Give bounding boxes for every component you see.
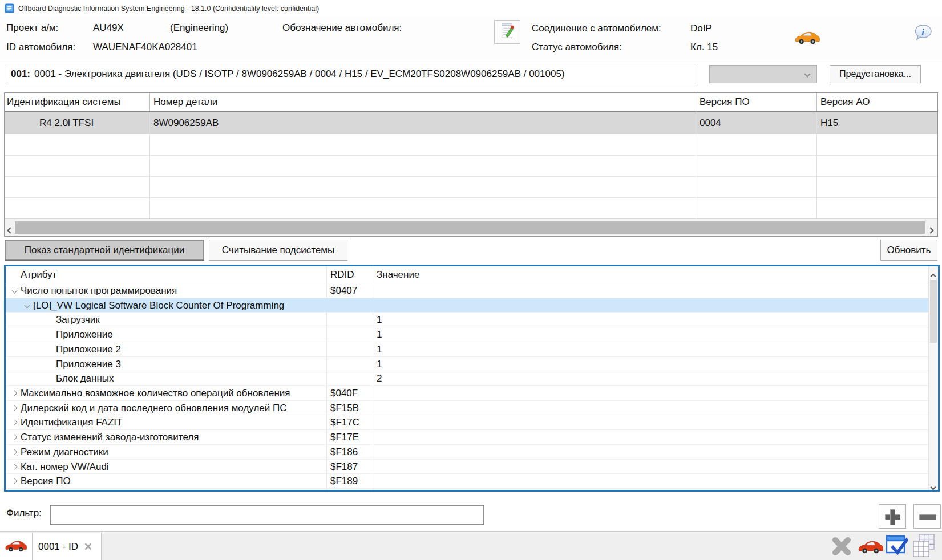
attribute-row[interactable]: Версия ПО $F189 xyxy=(6,474,928,489)
table-row-selected[interactable]: R4 2.0l TFSI 8W0906259AB 0004 H15 xyxy=(5,112,937,134)
attribute-label: Число попыток программирования xyxy=(6,283,325,298)
connection-label: Соединение с автомобилем: xyxy=(532,22,661,35)
col-header-rdid[interactable]: RDID xyxy=(330,266,354,283)
bottom-tab-bar: 0001 - ID xyxy=(0,531,942,560)
edit-note-icon xyxy=(498,21,516,43)
attribute-row[interactable]: Блок данных 2 xyxy=(6,371,928,386)
plus-icon xyxy=(885,509,900,525)
attribute-row[interactable]: Приложение 3 1 xyxy=(6,357,928,372)
disconnect-x-icon[interactable] xyxy=(830,535,853,560)
app-icon xyxy=(5,3,14,13)
attribute-label: Версия ПО xyxy=(6,474,325,488)
close-icon[interactable] xyxy=(84,542,92,551)
attribute-label: Кат. номер VW/Audi xyxy=(6,460,325,474)
attribute-rdid: $0407 xyxy=(330,283,357,298)
connection-value: DoIP xyxy=(690,22,712,35)
attribute-label: Идентификация FAZIT xyxy=(6,415,325,429)
attribute-label: Блок данных xyxy=(6,371,325,385)
vehicle-id-value: WAUENAF40KA028401 xyxy=(93,41,197,54)
scroll-down-icon[interactable] xyxy=(931,485,936,490)
ecu-selector-row[interactable]: 001:0001 - Электроника двигателя (UDS / … xyxy=(5,64,696,84)
attribute-label: Статус изменений завода-изготовителя xyxy=(6,430,325,444)
dialog-check-icon[interactable] xyxy=(886,534,908,560)
attribute-label: Максимально возможное количество операци… xyxy=(6,386,325,400)
column-divider xyxy=(816,93,817,111)
refresh-button[interactable]: Обновить xyxy=(880,240,937,261)
attribute-rdid: $F187 xyxy=(330,460,358,474)
column-divider xyxy=(149,112,150,218)
ecu-address: 001: xyxy=(11,68,30,79)
attribute-row[interactable]: Идентификация FAZIT $F17C xyxy=(6,415,928,430)
project-value: AU49X xyxy=(93,22,124,34)
filter-input[interactable] xyxy=(50,505,484,525)
svg-text:i: i xyxy=(921,27,924,37)
scroll-up-icon[interactable] xyxy=(931,274,936,279)
info-icon[interactable]: i xyxy=(914,24,932,42)
table-grid-line xyxy=(5,197,937,198)
attribute-label: Приложение 2 xyxy=(6,342,325,356)
col-header-system[interactable]: Идентификация системы xyxy=(7,93,121,111)
attribute-row[interactable]: Приложение 1 xyxy=(6,327,928,342)
vehicle-overview-tab[interactable] xyxy=(0,533,33,560)
attribute-row[interactable]: Статус изменений завода-изготовителя $F1… xyxy=(6,430,928,445)
vehicle-id-label: ID автомобиля: xyxy=(6,41,75,54)
attribute-row[interactable]: Дилерский код и дата последнего обновлен… xyxy=(6,401,928,416)
table-grid-line xyxy=(5,155,937,156)
col-header-attribute[interactable]: Атрибут xyxy=(21,266,56,283)
scroll-right-icon[interactable] xyxy=(927,227,933,233)
column-divider xyxy=(149,93,150,111)
attribute-row-selected[interactable]: [LO]_VW Logical Software Block Counter O… xyxy=(6,298,928,313)
show-standard-identification-button[interactable]: Показ стандартной идентификации xyxy=(5,240,204,261)
attribute-row[interactable]: Загрузчик 1 xyxy=(6,313,928,327)
vehicle-status-label: Статус автомобиля: xyxy=(532,41,622,54)
tab-0001-id[interactable]: 0001 - ID xyxy=(33,533,102,560)
attribute-rdid: $F15B xyxy=(330,401,359,415)
scrollbar-thumb[interactable] xyxy=(15,221,925,234)
filter-label: Фильтр: xyxy=(6,508,42,519)
attribute-row[interactable]: Кат. номер VW/Audi $F187 xyxy=(6,460,928,474)
vehicle-status-value: Кл. 15 xyxy=(690,41,718,54)
col-header-part-number[interactable]: Номер детали xyxy=(153,93,217,111)
grid-icon[interactable] xyxy=(912,533,936,560)
attribute-value: 1 xyxy=(377,327,382,342)
attribute-rdid: $F186 xyxy=(330,445,358,459)
scroll-left-icon[interactable] xyxy=(7,227,13,233)
attribute-rdid: $F17C xyxy=(330,415,359,429)
col-header-value[interactable]: Значение xyxy=(377,266,419,283)
attribute-value: 1 xyxy=(377,342,382,356)
tab-car-icon xyxy=(5,538,27,555)
odis-window: Offboard Diagnostic Information System E… xyxy=(0,0,942,560)
attribute-row[interactable]: Режим диагностики $F186 xyxy=(6,445,928,460)
status-car-icon[interactable] xyxy=(858,538,884,557)
column-divider xyxy=(816,112,817,218)
col-header-hw-version[interactable]: Версия АО xyxy=(820,93,870,111)
cell-part-number: 8W0906259AB xyxy=(153,112,219,134)
cell-sw-version: 0004 xyxy=(700,112,721,134)
scrollbar-thumb[interactable] xyxy=(930,280,937,343)
vehicle-info-header: Проект а/м: AU49X (Engineering) Обозначе… xyxy=(0,17,942,60)
collapse-all-button[interactable] xyxy=(913,504,941,529)
attribute-row[interactable]: Приложение 2 1 xyxy=(6,342,928,357)
preset-button[interactable]: Предустановка... xyxy=(830,65,921,83)
attribute-rows: Число попыток программирования $0407 [LO… xyxy=(6,283,928,489)
col-header-sw-version[interactable]: Версия ПО xyxy=(700,93,750,111)
horizontal-scrollbar[interactable] xyxy=(5,218,937,236)
attribute-value: 2 xyxy=(377,371,382,385)
vertical-scrollbar[interactable] xyxy=(928,266,938,490)
attribute-value: 1 xyxy=(377,313,382,327)
read-subsystems-button[interactable]: Считывание подсистемы xyxy=(209,240,347,261)
designation-label: Обозначение автомобиля: xyxy=(282,22,402,34)
attribute-label: Дилерский код и дата последнего обновлен… xyxy=(6,401,325,415)
attribute-row[interactable]: Число попыток программирования $0407 xyxy=(6,283,928,298)
project-mode: (Engineering) xyxy=(170,22,228,34)
cell-system: R4 2.0l TFSI xyxy=(39,112,94,134)
edit-vehicle-note-button[interactable] xyxy=(494,20,520,44)
expand-all-button[interactable] xyxy=(879,504,906,529)
attribute-tree-table: Атрибут RDID Значение Число попыток прог… xyxy=(4,265,940,492)
attribute-table-header: Атрибут RDID Значение xyxy=(6,266,928,283)
attribute-row[interactable]: Максимально возможное количество операци… xyxy=(6,386,928,401)
variant-dropdown[interactable] xyxy=(709,65,817,83)
identification-table: Идентификация системы Номер детали Верси… xyxy=(4,92,938,237)
cell-hw-version: H15 xyxy=(820,112,838,134)
column-divider xyxy=(696,112,696,218)
